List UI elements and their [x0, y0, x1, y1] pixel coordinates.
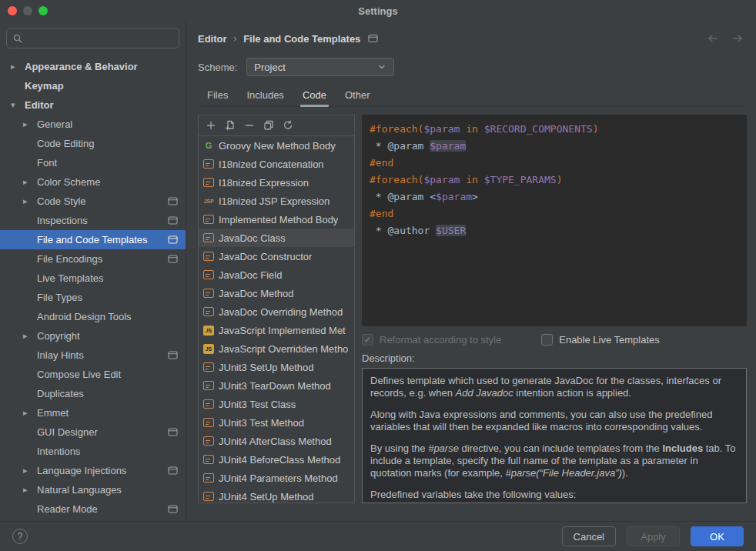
external-help-icon[interactable]: [368, 34, 378, 43]
sidebar-item-copyright[interactable]: ▸ Copyright: [0, 326, 186, 346]
sidebar-item-language-injections[interactable]: ▸ Language Injections: [0, 461, 186, 480]
settings-sidebar: ▸ Appearance & Behavior Keymap ▾ Editor …: [0, 22, 186, 521]
template-item-junit4-parameters-method[interactable]: JUnit4 Parameters Method: [199, 469, 354, 487]
tab-other[interactable]: Other: [336, 83, 380, 106]
sidebar-item-color-scheme[interactable]: ▸ Color Scheme: [0, 172, 186, 192]
template-item-javascript-implemented-met[interactable]: JS JavaScript Implemented Met: [199, 321, 354, 339]
sidebar-item-code-style[interactable]: ▸ Code Style: [0, 192, 186, 211]
tree-chevron-icon[interactable]: ▸: [11, 62, 25, 72]
reformat-label: Reformat according to style: [380, 334, 501, 346]
template-item-implemented-method-body[interactable]: Implemented Method Body: [199, 210, 354, 229]
sidebar-item-intentions[interactable]: Intentions: [0, 442, 186, 461]
description-box[interactable]: Defines template which used to generate …: [362, 368, 747, 503]
tree-chevron-icon[interactable]: ▸: [23, 119, 37, 129]
template-name: JavaDoc Method: [219, 288, 294, 299]
sidebar-item-gui-designer[interactable]: GUI Designer: [0, 422, 186, 442]
template-item-junit3-setup-method[interactable]: JUnit3 SetUp Method: [199, 358, 354, 376]
live-templates-option[interactable]: Enable Live Templates: [541, 334, 660, 346]
settings-page-icon: [168, 197, 178, 205]
tree-chevron-icon[interactable]: ▸: [23, 466, 37, 476]
code-line: * @param <$param>: [370, 189, 739, 205]
sidebar-item-compose-live-edit[interactable]: Compose Live Edit: [0, 365, 186, 384]
ok-button[interactable]: OK: [691, 526, 744, 546]
file-template-icon: [203, 381, 214, 390]
template-item-javadoc-overriding-method[interactable]: JavaDoc Overriding Method: [199, 302, 354, 321]
search-input[interactable]: [27, 32, 173, 44]
javascript-icon: JS: [203, 326, 214, 336]
sidebar-item-code-editing[interactable]: Code Editing: [0, 134, 186, 153]
scheme-row: Scheme: Project: [198, 55, 747, 78]
breadcrumb-editor[interactable]: Editor: [198, 33, 227, 45]
template-item-i18nized-concatenation[interactable]: I18nized Concatenation: [199, 155, 354, 173]
sidebar-item-reader-mode[interactable]: Reader Mode: [0, 499, 186, 519]
template-item-junit4-setup-method[interactable]: JUnit4 SetUp Method: [199, 487, 354, 503]
template-item-javadoc-field[interactable]: JavaDoc Field: [199, 265, 354, 284]
sidebar-item-file-encodings[interactable]: File Encodings: [0, 249, 186, 269]
sidebar-item-natural-languages[interactable]: ▸ Natural Languages: [0, 480, 186, 499]
sidebar-item-android-design-tools[interactable]: Android Design Tools: [0, 307, 186, 326]
settings-page-icon: [168, 505, 178, 513]
description-paragraph: By using the #parse directive, you can i…: [370, 442, 738, 479]
tab-files[interactable]: Files: [198, 83, 237, 106]
sidebar-item-label: Code Style: [37, 195, 86, 207]
tab-includes[interactable]: Includes: [237, 83, 293, 106]
template-name: JUnit4 BeforeClass Method: [219, 454, 340, 466]
tree-chevron-icon[interactable]: ▸: [23, 331, 37, 341]
sidebar-item-font[interactable]: Font: [0, 153, 186, 172]
template-item-javascript-overridden-metho[interactable]: JS JavaScript Overridden Metho: [199, 339, 354, 358]
tree-chevron-icon[interactable]: ▾: [11, 100, 25, 110]
apply-button[interactable]: Apply: [627, 526, 680, 546]
search-field[interactable]: [6, 28, 179, 48]
cancel-button[interactable]: Cancel: [562, 526, 616, 546]
template-item-junit3-test-class[interactable]: JUnit3 Test Class: [199, 395, 354, 413]
tab-code[interactable]: Code: [293, 83, 336, 106]
template-name: JUnit4 Parameters Method: [219, 473, 338, 484]
reformat-checkbox[interactable]: [362, 334, 373, 346]
titlebar: Settings: [0, 0, 756, 22]
sidebar-item-live-templates[interactable]: Live Templates: [0, 269, 186, 288]
template-item-junit3-teardown-method[interactable]: JUnit3 TearDown Method: [199, 376, 354, 395]
template-item-junit3-test-method[interactable]: JUnit3 Test Method: [199, 413, 354, 432]
file-template-icon: [203, 159, 214, 169]
template-item-groovy-new-method-body[interactable]: G Groovy New Method Body: [199, 136, 354, 155]
template-item-junit4-afterclass-method[interactable]: JUnit4 AfterClass Method: [199, 432, 354, 450]
template-item-javadoc-constructor[interactable]: JavaDoc Constructor: [199, 247, 354, 265]
add-template-icon[interactable]: [206, 120, 216, 131]
forward-arrow-icon[interactable]: [731, 33, 744, 44]
close-button[interactable]: [8, 6, 17, 15]
sidebar-item-file-and-code-templates[interactable]: File and Code Templates: [0, 230, 186, 249]
duplicate-template-icon[interactable]: [263, 120, 274, 131]
tab-label: Other: [345, 89, 370, 101]
template-editor[interactable]: #foreach($param in $RECORD_COMPONENTS) *…: [362, 115, 747, 326]
template-item-i18nized-jsp-expression[interactable]: JSP I18nized JSP Expression: [199, 192, 354, 210]
tree-chevron-icon[interactable]: ▸: [23, 408, 37, 418]
back-arrow-icon[interactable]: [707, 33, 719, 44]
template-item-i18nized-expression[interactable]: I18nized Expression: [199, 173, 354, 192]
sidebar-item-duplicates[interactable]: Duplicates: [0, 384, 186, 403]
settings-page-icon: [168, 428, 178, 436]
sidebar-item-editor[interactable]: ▾ Editor: [0, 95, 186, 115]
sidebar-item-inlay-hints[interactable]: Inlay Hints: [0, 346, 186, 365]
remove-template-icon[interactable]: [244, 120, 255, 131]
sidebar-item-general[interactable]: ▸ General: [0, 115, 186, 134]
tree-chevron-icon[interactable]: ▸: [23, 485, 37, 495]
create-child-template-icon[interactable]: [225, 120, 236, 131]
sidebar-item-appearance-behavior[interactable]: ▸ Appearance & Behavior: [0, 57, 186, 76]
traffic-lights: [8, 6, 48, 15]
zoom-button[interactable]: [38, 6, 48, 15]
live-templates-checkbox[interactable]: [541, 334, 553, 346]
code-line: #foreach($param in $RECORD_COMPONENTS): [370, 121, 739, 138]
sidebar-item-inspections[interactable]: Inspections: [0, 211, 186, 230]
tree-chevron-icon[interactable]: ▸: [23, 196, 37, 206]
help-button[interactable]: ?: [12, 529, 28, 544]
sidebar-item-file-types[interactable]: File Types: [0, 288, 186, 307]
template-item-javadoc-method[interactable]: JavaDoc Method: [199, 284, 354, 302]
sidebar-item-keymap[interactable]: Keymap: [0, 76, 186, 95]
tree-chevron-icon[interactable]: ▸: [23, 177, 37, 187]
template-item-junit4-beforeclass-method[interactable]: JUnit4 BeforeClass Method: [199, 450, 354, 469]
scheme-select[interactable]: Project: [246, 58, 394, 76]
reset-to-default-icon[interactable]: [283, 120, 293, 131]
reformat-option[interactable]: Reformat according to style: [362, 334, 501, 346]
template-item-javadoc-class[interactable]: JavaDoc Class: [199, 229, 354, 247]
sidebar-item-emmet[interactable]: ▸ Emmet: [0, 403, 186, 422]
